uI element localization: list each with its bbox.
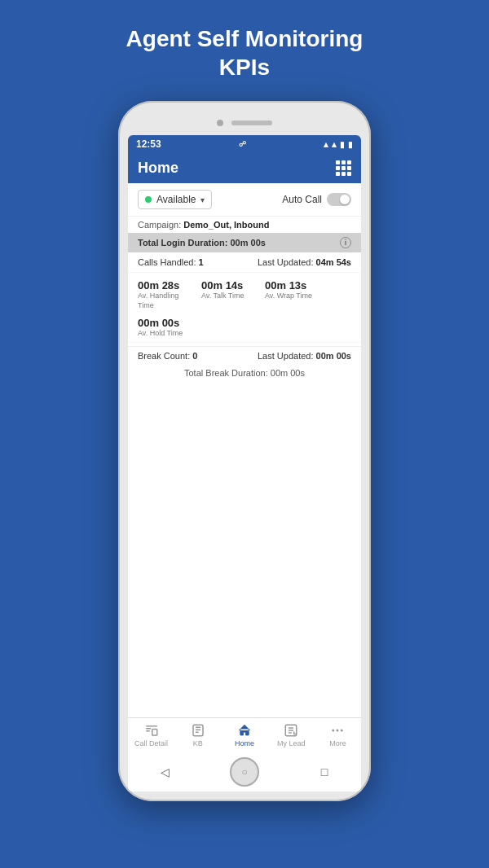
calls-handled-text: Calls Handled: 1 [138, 257, 204, 267]
login-duration-label: Total Login Duration: 00m 00s [138, 238, 266, 248]
break-count-label: Break Count: [138, 351, 190, 361]
front-camera [217, 120, 223, 126]
recent-button[interactable]: □ [316, 764, 333, 780]
home-icon [237, 723, 252, 738]
app-header: Home [128, 153, 361, 183]
status-label: Available [156, 194, 196, 205]
phone-speaker [231, 121, 272, 125]
calls-label: Calls Handled: [138, 257, 196, 267]
more-icon [330, 723, 345, 738]
svg-point-5 [341, 730, 343, 732]
signal-bars: ▮ [340, 140, 345, 149]
chevron-down-icon: ▾ [200, 195, 205, 204]
metric-handling-time: 00m 28s Av. HandlingTime [138, 279, 195, 310]
status-sim-icon: ☍ [239, 140, 246, 148]
metric-talk-label: Av. Talk Time [201, 292, 258, 301]
call-detail-icon [144, 723, 159, 738]
auto-call-toggle[interactable] [327, 193, 351, 206]
app-content: Available ▾ Auto Call Campaign: Demo_Out… [128, 183, 361, 791]
nav-kb[interactable]: KB [174, 723, 221, 747]
last-updated-label: Last Updated: [258, 257, 314, 267]
agent-status-row: Available ▾ Auto Call [128, 183, 361, 217]
total-break-label: Total Break Duration: [184, 368, 268, 378]
nav-my-lead[interactable]: My Lead [268, 723, 315, 747]
page-title: Agent Self Monitoring KPIs [126, 24, 363, 81]
nav-kb-label: KB [193, 739, 203, 747]
app-header-title: Home [138, 160, 178, 177]
last-updated-text: Last Updated: 04m 54s [258, 257, 351, 267]
campaign-row: Campaign: Demo_Out, Inbound [128, 217, 361, 233]
nav-more[interactable]: More [315, 723, 361, 747]
login-duration-header: Total Login Duration: 00m 00s i [128, 233, 361, 252]
my-lead-icon [284, 723, 298, 738]
android-nav: ◁ ○ □ [128, 751, 361, 791]
nav-call-detail[interactable]: Call Detail [128, 723, 174, 747]
metric-hold-value: 00m 00s [138, 317, 195, 329]
kpi-metrics-grid: 00m 28s Av. HandlingTime 00m 14s Av. Tal… [128, 273, 361, 343]
back-icon: ◁ [161, 765, 170, 778]
home-button[interactable]: ○ [230, 757, 259, 787]
calls-handled-row: Calls Handled: 1 Last Updated: 04m 54s [128, 252, 361, 273]
status-dropdown[interactable]: Available ▾ [138, 190, 212, 209]
content-spacer [128, 383, 361, 717]
title-line2: KPIs [219, 55, 270, 80]
metric-wrap-time: 00m 13s Av. Wrap Time [265, 279, 322, 310]
break-count-row: Break Count: 0 Last Updated: 00m 00s [128, 346, 361, 365]
campaign-label: Campaign: [138, 220, 181, 230]
phone-top [128, 111, 361, 135]
nav-my-lead-label: My Lead [277, 739, 306, 747]
info-icon[interactable]: i [340, 237, 351, 248]
auto-call-label: Auto Call [282, 194, 322, 205]
break-count-text: Break Count: 0 [138, 351, 197, 361]
metric-talk-time: 00m 14s Av. Talk Time [201, 279, 258, 310]
metric-hold-time: 00m 00s Av. Hold Time [138, 317, 195, 339]
metric-wrap-value: 00m 13s [265, 279, 322, 292]
metric-wrap-label: Av. Wrap Time [265, 292, 322, 301]
break-last-updated-text: Last Updated: 00m 00s [258, 351, 351, 361]
status-icons: ▴ ▴ ▮ ▮ [324, 139, 353, 150]
phone-shell: 12:53 ☍ ▴ ▴ ▮ ▮ Home Ava [118, 101, 371, 801]
break-last-updated-value: 00m 00s [316, 351, 351, 361]
total-break-value: 00m 00s [271, 368, 305, 378]
last-updated-value: 04m 54s [316, 257, 351, 267]
break-last-updated-label: Last Updated: [258, 351, 314, 361]
metric-handling-value: 00m 28s [138, 279, 195, 292]
bottom-nav: Call Detail KB Home [128, 717, 361, 751]
break-count-value: 0 [192, 351, 197, 361]
metric-talk-value: 00m 14s [201, 279, 258, 292]
battery-icon: ▮ [348, 140, 353, 149]
kb-icon [191, 723, 205, 738]
total-break-row: Total Break Duration: 00m 00s [128, 365, 361, 383]
signal-icon: ▴ [332, 139, 337, 150]
home-circle-icon: ○ [241, 766, 247, 778]
calls-value: 1 [199, 257, 204, 267]
phone-screen: 12:53 ☍ ▴ ▴ ▮ ▮ Home Ava [128, 135, 361, 791]
campaign-value: Demo_Out, Inbound [183, 220, 269, 230]
status-bar: 12:53 ☍ ▴ ▴ ▮ ▮ [128, 135, 361, 153]
title-line1: Agent Self Monitoring [126, 26, 363, 51]
status-time: 12:53 [136, 138, 161, 150]
metric-hold-label: Av. Hold Time [138, 329, 195, 339]
svg-point-4 [337, 730, 339, 732]
svg-point-3 [333, 730, 335, 732]
available-dot [145, 196, 152, 203]
back-button[interactable]: ◁ [156, 764, 173, 780]
nav-call-detail-label: Call Detail [134, 739, 168, 747]
nav-more-label: More [329, 739, 346, 747]
recent-icon: □ [321, 765, 328, 778]
svg-rect-0 [152, 730, 156, 736]
info-text: i [345, 239, 347, 247]
nav-home-label: Home [235, 739, 254, 747]
nav-home[interactable]: Home [221, 723, 267, 747]
wifi-icon: ▴ [324, 139, 328, 150]
grid-menu-button[interactable] [336, 160, 351, 176]
metric-handling-label: Av. HandlingTime [138, 292, 195, 310]
auto-call-toggle-row: Auto Call [282, 193, 351, 206]
